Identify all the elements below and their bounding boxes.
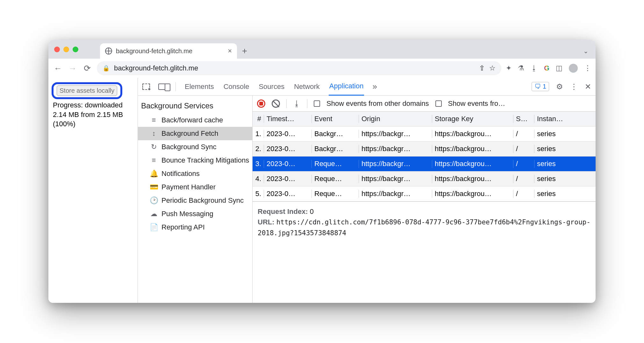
url-label: URL:	[258, 218, 275, 226]
table-row[interactable]: 5.2023-0…Reque…https://backgr…https://ba…	[253, 186, 596, 201]
inspect-icon[interactable]	[142, 84, 150, 90]
tab-console[interactable]: Console	[223, 78, 250, 95]
tab-network[interactable]: Network	[293, 78, 320, 95]
menu-button[interactable]: ⋮	[584, 64, 591, 72]
sidebar-item-reporting-api[interactable]: 📄Reporting API	[138, 221, 252, 234]
cell: Reque…	[312, 175, 359, 183]
events-action-bar: ⭳ Show events from other domains Show ev…	[253, 96, 596, 112]
sidepanel-icon[interactable]: ◫	[556, 64, 562, 72]
close-tab-button[interactable]: ×	[228, 47, 232, 55]
devtools-tabs: Elements Console Sources Network Applica…	[138, 78, 596, 96]
cell: 2023-0…	[264, 160, 312, 168]
messages-badge[interactable]: 🗨 1	[532, 82, 549, 91]
labs-icon[interactable]: ⚗	[518, 64, 524, 72]
devtools-panel: Elements Console Sources Network Applica…	[138, 78, 596, 303]
request-index-value: 0	[310, 208, 314, 215]
col-origin[interactable]: Origin	[359, 115, 432, 123]
table-row[interactable]: 1.2023-0…Backgr…https://backgr…https://b…	[253, 127, 596, 142]
tab-sources[interactable]: Sources	[258, 78, 285, 95]
settings-icon[interactable]: ⚙	[556, 82, 563, 91]
close-window-button[interactable]	[54, 47, 60, 52]
cell: 3.	[253, 160, 264, 168]
col-scope[interactable]: S…	[513, 115, 534, 123]
table-row[interactable]: 2.2023-0…Backgr…https://backgr…https://b…	[253, 142, 596, 157]
page-viewport: Store assets locally Progress: downloade…	[48, 78, 138, 303]
cloud-icon: ☁	[150, 210, 158, 218]
downloads-icon[interactable]: ⭳	[531, 64, 538, 72]
tab-elements[interactable]: Elements	[184, 78, 215, 95]
cell: https://backgr…	[359, 190, 432, 198]
tab-overflow-button[interactable]: ⌄	[583, 47, 589, 59]
lock-icon: 🔒	[103, 65, 110, 72]
sidebar-item-label: Back/forward cache	[161, 116, 223, 124]
cell: 2023-0…	[264, 145, 312, 153]
sidebar-item-background-fetch[interactable]: ↕Background Fetch	[138, 127, 252, 140]
bookmark-icon[interactable]: ☆	[489, 64, 496, 72]
cell: 2023-0…	[264, 175, 312, 183]
cell: series	[534, 145, 596, 153]
sidebar-item-back-forward-cache[interactable]: ≡Back/forward cache	[138, 113, 252, 127]
google-icon[interactable]: G	[544, 64, 549, 72]
cell: https://backgr…	[359, 145, 432, 153]
reload-button[interactable]: ⟳	[82, 63, 92, 73]
back-button[interactable]: ←	[53, 63, 63, 73]
clear-button[interactable]	[272, 99, 280, 108]
omnibox[interactable]: 🔒 background-fetch.glitch.me ⇪ ☆	[97, 61, 501, 75]
tab-application[interactable]: Application	[329, 77, 364, 96]
bell-icon: 🔔	[150, 170, 158, 178]
event-detail-pane: Request Index: 0 URL: https://cdn.glitch…	[253, 201, 596, 243]
store-assets-button[interactable]: Store assets locally	[57, 85, 117, 96]
profile-avatar[interactable]	[569, 64, 578, 73]
cell: Backgr…	[312, 145, 359, 153]
sidebar-item-periodic-background-sync[interactable]: 🕑Periodic Background Sync	[138, 194, 252, 207]
col-timestamp[interactable]: Timest…	[264, 115, 312, 123]
cell: /	[513, 130, 534, 138]
share-icon[interactable]: ⇪	[479, 64, 485, 72]
sidebar-item-notifications[interactable]: 🔔Notifications	[138, 167, 252, 180]
cell: series	[534, 160, 596, 168]
browser-window: background-fetch.glitch.me × + ⌄ ← → ⟳ 🔒…	[48, 40, 596, 303]
new-tab-button[interactable]: +	[237, 43, 252, 59]
sidebar-item-bounce-tracking-mitigations[interactable]: ≡Bounce Tracking Mitigations	[138, 154, 252, 167]
cell: https://backgr…	[359, 175, 432, 183]
record-button[interactable]	[257, 99, 265, 108]
cell: https://backgrou…	[432, 160, 513, 168]
table-row[interactable]: 4.2023-0…Reque…https://backgr…https://ba…	[253, 172, 596, 186]
more-tabs-button[interactable]: »	[372, 82, 377, 91]
minimize-window-button[interactable]	[63, 47, 69, 52]
cell: https://backgr…	[359, 130, 432, 138]
col-instance[interactable]: Instan…	[534, 115, 596, 123]
events-table: # Timest… Event Origin Storage Key S… In…	[253, 112, 596, 201]
database-icon: ≡	[150, 116, 158, 124]
browser-tab[interactable]: background-fetch.glitch.me ×	[100, 43, 237, 59]
forward-button[interactable]: →	[68, 63, 78, 73]
save-events-icon[interactable]: ⭳	[293, 99, 301, 108]
close-devtools-button[interactable]: ✕	[585, 82, 591, 91]
col-number[interactable]: #	[253, 115, 264, 123]
sidebar-item-label: Notifications	[161, 170, 200, 178]
window-controls	[54, 47, 78, 52]
col-storage-key[interactable]: Storage Key	[432, 115, 513, 123]
device-toggle-icon[interactable]	[158, 84, 167, 90]
sidebar-item-push-messaging[interactable]: ☁Push Messaging	[138, 207, 252, 221]
cell: Backgr…	[312, 130, 359, 138]
show-other-domains-checkbox[interactable]	[314, 100, 320, 107]
show-events-checkbox-2[interactable]	[435, 100, 442, 107]
col-event[interactable]: Event	[312, 115, 359, 123]
sidebar-item-background-sync[interactable]: ↻Background Sync	[138, 140, 252, 154]
maximize-window-button[interactable]	[73, 47, 78, 52]
sync-icon: ↻	[150, 143, 158, 151]
database-icon: ≡	[150, 157, 158, 164]
sidebar-item-label: Reporting API	[161, 223, 205, 231]
sidebar-item-payment-handler[interactable]: 💳Payment Handler	[138, 180, 252, 194]
kebab-menu-icon[interactable]: ⋮	[570, 82, 578, 91]
cell: Reque…	[312, 160, 359, 168]
fetch-icon: ↕	[150, 130, 158, 137]
cell: series	[534, 130, 596, 138]
extensions-icon[interactable]: ✦	[506, 64, 512, 72]
tab-title: background-fetch.glitch.me	[116, 47, 192, 55]
table-row[interactable]: 3.2023-0…Reque…https://backgr…https://ba…	[253, 157, 596, 172]
cell: https://backgrou…	[432, 130, 513, 138]
cell: 1.	[253, 130, 264, 138]
background-fetch-pane: ⭳ Show events from other domains Show ev…	[253, 96, 596, 303]
